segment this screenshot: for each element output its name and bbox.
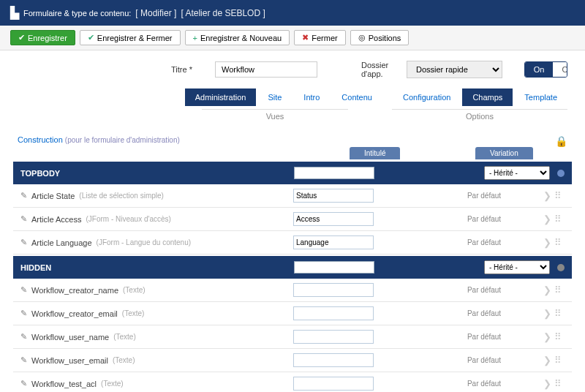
field-intitule-input[interactable] (293, 377, 374, 391)
edit-icon[interactable]: ✎ (20, 238, 27, 247)
field-intitule-input[interactable] (293, 330, 374, 344)
row-actions[interactable]: ❯⠿ (543, 214, 565, 225)
construction-header: Construction (pour le formulaire d'admin… (13, 132, 572, 147)
page-title: Formulaire & type de contenu: (23, 9, 131, 18)
construction-panel: Construction (pour le formulaire d'admin… (13, 132, 572, 392)
field-name: Workflow_user_name (31, 333, 109, 342)
row-actions[interactable]: ❯⠿ (543, 355, 565, 366)
section-name: TOPBODY (20, 169, 294, 178)
save-new-button[interactable]: +Enregistrer & Nouveau (185, 30, 290, 45)
field-variation: Par défaut (451, 238, 517, 246)
add-icon[interactable] (557, 170, 565, 177)
edit-icon[interactable]: ✎ (20, 214, 27, 224)
field-name: Workflow_user_email (31, 356, 108, 365)
subtab-options: Options (392, 109, 567, 121)
field-intitule-input[interactable] (293, 235, 374, 249)
positions-button[interactable]: ◎Positions (350, 30, 410, 45)
onoff-toggle[interactable]: On Off (524, 61, 567, 78)
row-actions[interactable]: ❯⠿ (543, 190, 565, 201)
field-intitule-input[interactable] (293, 306, 374, 320)
section-intitule-input[interactable] (294, 261, 374, 274)
check-icon: ✔ (18, 33, 25, 42)
section-variation-select[interactable]: - Hérité - (484, 260, 550, 274)
row-actions[interactable]: ❯⠿ (543, 331, 565, 342)
field-intitule-input[interactable] (293, 189, 374, 203)
subtab-vues: Vues (202, 109, 348, 121)
tabs-row: Administration Site Intro Contenu Config… (0, 88, 585, 106)
tab-champs[interactable]: Champs (462, 88, 513, 106)
section-intitule-input[interactable] (294, 167, 374, 179)
field-type: (JForm - Langue du contenu) (97, 238, 192, 246)
title-sub2: [ Atelier de SEBLOD ] (181, 8, 265, 18)
tab-contenu[interactable]: Contenu (331, 88, 382, 106)
field-row: ✎Workflow_creator_name(Texte)Par défaut❯… (13, 279, 572, 302)
field-name: Workflow_creator_email (31, 309, 118, 318)
close-button[interactable]: ✖Fermer (294, 30, 345, 45)
off-option[interactable]: Off (553, 62, 567, 77)
row-actions[interactable]: ❯⠿ (543, 308, 565, 319)
tab-administration[interactable]: Administration (185, 88, 257, 106)
edit-icon[interactable]: ✎ (20, 332, 27, 342)
titre-input[interactable] (215, 61, 317, 78)
construction-hint: (pour le formulaire d'administration) (65, 136, 180, 144)
field-intitule-input[interactable] (293, 353, 374, 367)
field-row: ✎Workflow_test_acl(Texte)Par défaut❯⠿ (13, 372, 572, 392)
field-variation: Par défaut (451, 356, 517, 364)
field-type: (Texte) (101, 380, 124, 388)
row-actions[interactable]: ❯⠿ (543, 284, 565, 295)
field-row: ✎Article State(Liste de sélection simple… (13, 184, 572, 208)
remove-icon[interactable] (557, 264, 565, 271)
field-name: Article Access (31, 215, 81, 224)
field-variation: Par défaut (451, 192, 517, 200)
subtabs-row: Vues Options (0, 106, 585, 128)
field-row: ✎Article Language(JForm - Langue du cont… (13, 231, 572, 255)
section-topbody: TOPBODY - Hérité - (13, 162, 572, 184)
field-variation: Par défaut (451, 286, 517, 294)
tab-template[interactable]: Template (514, 88, 567, 106)
header-intitule: Intitulé (350, 147, 400, 159)
save-close-button[interactable]: ✔Enregistrer & Fermer (80, 30, 181, 45)
tab-site[interactable]: Site (257, 88, 292, 106)
field-type: (Texte) (113, 333, 136, 341)
field-intitule-input[interactable] (293, 212, 374, 226)
field-type: (Texte) (113, 356, 135, 364)
edit-icon[interactable]: ✎ (20, 309, 27, 318)
save-button[interactable]: ✔Enregistrer (10, 30, 75, 45)
edit-icon[interactable]: ✎ (20, 355, 27, 365)
section-name: HIDDEN (20, 263, 294, 272)
tab-configuration[interactable]: Configuration (393, 88, 461, 106)
target-icon: ◎ (358, 33, 366, 42)
toolbar: ✔Enregistrer ✔Enregistrer & Fermer +Enre… (0, 26, 585, 50)
field-name: Workflow_creator_name (31, 286, 118, 295)
field-variation: Par défaut (451, 380, 517, 388)
field-row: ✎Workflow_user_email(Texte)Par défaut❯⠿ (13, 349, 572, 372)
field-variation: Par défaut (451, 215, 517, 223)
titlebar: ▙ Formulaire & type de contenu: [ Modifi… (0, 0, 585, 26)
check-icon: ✔ (88, 33, 94, 42)
field-variation: Par défaut (451, 309, 517, 317)
field-name: Article State (31, 192, 75, 200)
on-option[interactable]: On (525, 62, 554, 77)
dossier-select[interactable]: Dossier rapide (407, 61, 502, 78)
plus-icon: + (193, 34, 197, 42)
section-hidden: HIDDEN - Hérité - (13, 256, 572, 279)
lock-icon[interactable]: 🔒 (555, 135, 567, 147)
edit-icon[interactable]: ✎ (20, 379, 27, 388)
edit-icon[interactable]: ✎ (20, 191, 27, 200)
close-icon: ✖ (302, 33, 309, 42)
tab-intro[interactable]: Intro (293, 88, 330, 106)
field-row: ✎Article Access(JForm - Niveaux d'accès)… (13, 208, 572, 231)
field-type: (Liste de sélection simple) (79, 192, 164, 200)
field-type: (JForm - Niveaux d'accès) (86, 215, 170, 223)
title-sub1: [ Modifier ] (135, 8, 176, 18)
dossier-label: Dossier d'app. (361, 61, 399, 78)
construction-label[interactable]: Construction (18, 135, 63, 144)
row-actions[interactable]: ❯⠿ (543, 378, 565, 389)
row-actions[interactable]: ❯⠿ (543, 237, 565, 248)
field-type: (Texte) (122, 309, 145, 317)
field-intitule-input[interactable] (293, 283, 374, 297)
field-name: Article Language (31, 238, 92, 247)
edit-icon[interactable]: ✎ (20, 285, 27, 295)
field-row: ✎Workflow_creator_email(Texte)Par défaut… (13, 302, 572, 325)
section-variation-select[interactable]: - Hérité - (484, 166, 550, 180)
